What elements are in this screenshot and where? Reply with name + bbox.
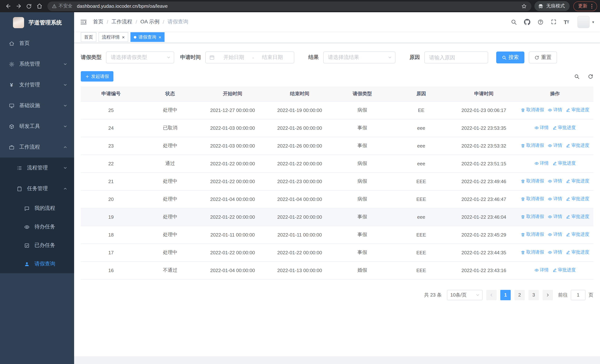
toolbox-icon — [9, 123, 14, 129]
cancel-leave-link[interactable]: 取消请假 — [521, 214, 544, 220]
approval-progress-link[interactable]: 审批进度 — [552, 267, 576, 273]
reason-input[interactable] — [424, 52, 488, 63]
create-leave-button[interactable]: 发起请假 — [81, 71, 113, 82]
result-select[interactable]: 请选择流结果 — [323, 52, 395, 63]
approval-progress-link[interactable]: 审批进度 — [552, 160, 576, 167]
chevron-down-icon — [63, 103, 67, 108]
page-button-2[interactable]: 2 — [514, 290, 525, 300]
logo[interactable]: 芋道管理系统 — [0, 12, 74, 33]
breadcrumb-oa-example[interactable]: OA 示例 — [141, 19, 159, 25]
search-icon[interactable] — [511, 19, 517, 25]
font-size-icon[interactable]: TT — [564, 19, 569, 25]
sidebar-item-task-management[interactable]: 任务管理 — [0, 178, 74, 199]
reset-button[interactable]: 重置 — [529, 52, 557, 63]
browser-update-button[interactable]: 更新 — [573, 1, 597, 11]
refresh-icon[interactable] — [588, 74, 593, 79]
next-page-button[interactable] — [543, 290, 553, 300]
detail-link[interactable]: 详情 — [548, 178, 562, 184]
cancel-leave-link[interactable]: 取消请假 — [521, 142, 544, 149]
cancel-leave-link[interactable]: 取消请假 — [521, 232, 544, 238]
approval-progress-link[interactable]: 审批进度 — [566, 178, 589, 184]
help-icon[interactable] — [537, 19, 544, 25]
detail-link[interactable]: 详情 — [534, 125, 549, 131]
cell-reason: EEE — [391, 226, 451, 243]
detail-link[interactable]: 详情 — [534, 267, 549, 273]
approval-progress-link[interactable]: 审批进度 — [566, 249, 589, 256]
list-icon — [16, 165, 22, 171]
breadcrumb-home[interactable]: 首页 — [93, 19, 103, 25]
check-square-icon — [24, 243, 30, 248]
approval-progress-link[interactable]: 审批进度 — [566, 107, 589, 113]
address-bar[interactable]: 不安全 dashboard.yudao.iocoder.cn/bpm/oa/le… — [47, 1, 531, 11]
approval-progress-link[interactable]: 审批进度 — [552, 125, 576, 131]
sidebar-item-leave-query[interactable]: 请假查询 — [0, 255, 74, 273]
sidebar-item-home[interactable]: 首页 — [0, 33, 74, 54]
page-size-select[interactable]: 10条/页 — [447, 290, 483, 300]
leave-type-select[interactable]: 请选择请假类型 — [106, 52, 174, 63]
browser-back-button[interactable] — [3, 1, 13, 11]
security-label: 不安全 — [58, 3, 73, 9]
user-menu[interactable]: ▾ — [577, 16, 594, 28]
cell-leave-type: 病假 — [333, 190, 391, 208]
approval-progress-link[interactable]: 审批进度 — [566, 142, 589, 149]
breadcrumb-workflow[interactable]: 工作流程 — [112, 19, 132, 25]
sidebar-item-devtools[interactable]: 研发工具 — [0, 116, 74, 137]
detail-link[interactable]: 详情 — [548, 249, 562, 256]
page-button-1[interactable]: 1 — [500, 290, 511, 300]
prev-page-button[interactable] — [486, 290, 497, 300]
fullscreen-icon[interactable] — [551, 19, 557, 25]
cell-apply-time: 2022-01-22 23:46:47 — [451, 190, 517, 208]
cancel-leave-link[interactable]: 取消请假 — [521, 107, 544, 113]
tag-leave-query[interactable]: 请假查询 × — [130, 32, 165, 42]
search-button[interactable]: 搜索 — [496, 52, 525, 63]
sidebar-item-label: 任务管理 — [27, 185, 48, 192]
cell-leave-type: 事假 — [333, 208, 391, 226]
detail-link[interactable]: 详情 — [534, 160, 549, 167]
cell-reason: eee — [391, 208, 451, 226]
page-button-3[interactable]: 3 — [528, 290, 539, 300]
sidebar-item-process-management[interactable]: 流程管理 — [0, 158, 74, 178]
cell-status: 处理中 — [141, 190, 199, 208]
table-row: 23处理中2022-01-03 00:00:002022-01-26 00:00… — [81, 137, 593, 155]
security-warning-icon[interactable] — [52, 4, 57, 9]
close-icon[interactable]: × — [122, 35, 125, 39]
cancel-leave-link[interactable]: 取消请假 — [521, 249, 544, 256]
detail-link[interactable]: 详情 — [548, 232, 562, 238]
sidebar-item-todo-tasks[interactable]: 待办任务 — [0, 218, 74, 236]
browser-home-button[interactable] — [34, 1, 45, 11]
sidebar-collapse-button[interactable] — [80, 18, 87, 25]
sidebar-item-workflow[interactable]: 工作流程 — [0, 137, 74, 158]
apply-time-range-picker[interactable]: 开始日期 - 结束日期 — [205, 52, 294, 63]
detail-link[interactable]: 详情 — [548, 107, 562, 113]
cell-apply-id: 25 — [81, 101, 141, 119]
browser-reload-button[interactable] — [24, 1, 34, 11]
table-row: 17处理中2022-01-22 00:00:002022-01-22 00:00… — [81, 243, 593, 261]
bookmark-star-icon[interactable] — [521, 3, 527, 9]
close-icon[interactable]: × — [159, 35, 161, 39]
detail-link[interactable]: 详情 — [548, 196, 562, 202]
approval-progress-link[interactable]: 审批进度 — [566, 196, 589, 202]
sidebar-item-payment[interactable]: ¥ 支付管理 — [0, 75, 74, 95]
trash-icon — [521, 143, 525, 148]
detail-link[interactable]: 详情 — [548, 142, 562, 149]
detail-link[interactable]: 详情 — [548, 214, 562, 220]
breadcrumb: 首页 / 工作流程 / OA 示例 / 请假查询 — [93, 19, 188, 25]
browser-menu-icon[interactable] — [589, 3, 595, 9]
approval-progress-link[interactable]: 审批进度 — [566, 232, 589, 238]
cancel-leave-link[interactable]: 取消请假 — [521, 178, 544, 184]
pagination-total: 共 23 条 — [424, 291, 442, 298]
sidebar-item-my-process[interactable]: 我的流程 — [0, 199, 74, 218]
tag-home[interactable]: 首页 — [81, 32, 96, 42]
browser-forward-button[interactable] — [13, 1, 24, 11]
sidebar-item-done-tasks[interactable]: 已办任务 — [0, 236, 74, 255]
sidebar-item-infrastructure[interactable]: 基础设施 — [0, 95, 74, 116]
goto-page-input[interactable] — [571, 290, 586, 300]
cell-status: 处理中 — [141, 243, 199, 261]
approval-progress-link[interactable]: 审批进度 — [566, 214, 589, 220]
github-icon[interactable] — [524, 19, 530, 25]
sidebar-item-system[interactable]: 系统管理 — [0, 54, 74, 75]
edit-icon — [566, 250, 570, 255]
cancel-leave-link[interactable]: 取消请假 — [521, 196, 544, 202]
search-toggle-icon[interactable] — [574, 74, 580, 79]
tag-process-detail[interactable]: 流程详情 × — [99, 32, 128, 42]
